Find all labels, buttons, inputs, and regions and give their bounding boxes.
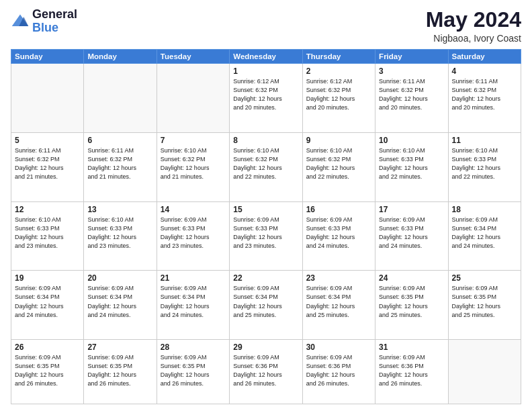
calendar-day-cell: 29Sunrise: 6:09 AM Sunset: 6:36 PM Dayli… bbox=[230, 340, 302, 404]
day-info: Sunrise: 6:09 AM Sunset: 6:34 PM Dayligh… bbox=[15, 284, 80, 319]
calendar-day-cell: 18Sunrise: 6:09 AM Sunset: 6:34 PM Dayli… bbox=[448, 201, 521, 271]
day-number: 2 bbox=[306, 66, 371, 76]
day-number: 16 bbox=[306, 205, 371, 214]
calendar-day-cell: 28Sunrise: 6:09 AM Sunset: 6:35 PM Dayli… bbox=[157, 340, 229, 404]
calendar-day-cell: 4Sunrise: 6:11 AM Sunset: 6:32 PM Daylig… bbox=[448, 64, 521, 133]
day-number: 13 bbox=[87, 205, 152, 214]
day-info: Sunrise: 6:10 AM Sunset: 6:32 PM Dayligh… bbox=[233, 146, 298, 181]
day-info: Sunrise: 6:09 AM Sunset: 6:34 PM Dayligh… bbox=[161, 284, 226, 319]
calendar-day-cell: 26Sunrise: 6:09 AM Sunset: 6:35 PM Dayli… bbox=[11, 340, 84, 404]
day-number: 4 bbox=[452, 66, 517, 76]
day-number: 1 bbox=[233, 66, 298, 76]
day-number: 12 bbox=[15, 205, 80, 214]
day-number: 10 bbox=[379, 136, 444, 145]
day-number: 15 bbox=[233, 205, 298, 214]
calendar-day-cell: 12Sunrise: 6:10 AM Sunset: 6:33 PM Dayli… bbox=[11, 201, 84, 271]
day-number: 5 bbox=[15, 136, 80, 145]
day-number: 22 bbox=[233, 273, 298, 283]
calendar-day-cell: 2Sunrise: 6:12 AM Sunset: 6:32 PM Daylig… bbox=[302, 64, 375, 133]
title-block: May 2024 Nigbaoa, Ivory Coast bbox=[426, 8, 521, 44]
calendar-day-cell: 25Sunrise: 6:09 AM Sunset: 6:35 PM Dayli… bbox=[448, 271, 521, 340]
calendar-day-cell: 24Sunrise: 6:09 AM Sunset: 6:35 PM Dayli… bbox=[375, 271, 448, 340]
calendar-week-row: 5Sunrise: 6:11 AM Sunset: 6:32 PM Daylig… bbox=[11, 132, 521, 201]
day-number: 28 bbox=[161, 342, 226, 352]
logo-text: General Blue bbox=[32, 8, 77, 35]
day-info: Sunrise: 6:12 AM Sunset: 6:32 PM Dayligh… bbox=[233, 77, 298, 112]
day-info: Sunrise: 6:09 AM Sunset: 6:34 PM Dayligh… bbox=[87, 284, 152, 319]
day-number: 19 bbox=[15, 273, 80, 283]
calendar-day-cell: 13Sunrise: 6:10 AM Sunset: 6:33 PM Dayli… bbox=[84, 201, 157, 271]
calendar-day-cell: 17Sunrise: 6:09 AM Sunset: 6:33 PM Dayli… bbox=[375, 201, 448, 271]
day-info: Sunrise: 6:10 AM Sunset: 6:32 PM Dayligh… bbox=[306, 146, 371, 181]
calendar-week-row: 1Sunrise: 6:12 AM Sunset: 6:32 PM Daylig… bbox=[11, 64, 521, 133]
day-number: 14 bbox=[161, 205, 226, 214]
day-info: Sunrise: 6:09 AM Sunset: 6:35 PM Dayligh… bbox=[15, 353, 80, 388]
calendar-day-cell: 9Sunrise: 6:10 AM Sunset: 6:32 PM Daylig… bbox=[302, 132, 375, 201]
calendar-day-cell: 27Sunrise: 6:09 AM Sunset: 6:35 PM Dayli… bbox=[84, 340, 157, 404]
day-number: 7 bbox=[161, 136, 226, 145]
calendar-body: 1Sunrise: 6:12 AM Sunset: 6:32 PM Daylig… bbox=[11, 64, 521, 404]
logo-line2: Blue bbox=[32, 21, 77, 35]
calendar-table: SundayMondayTuesdayWednesdayThursdayFrid… bbox=[11, 49, 521, 404]
day-info: Sunrise: 6:10 AM Sunset: 6:32 PM Dayligh… bbox=[161, 146, 226, 181]
day-info: Sunrise: 6:10 AM Sunset: 6:33 PM Dayligh… bbox=[87, 216, 152, 250]
day-number: 26 bbox=[15, 342, 80, 352]
calendar-day-cell: 3Sunrise: 6:11 AM Sunset: 6:32 PM Daylig… bbox=[375, 64, 448, 133]
calendar-day-cell: 1Sunrise: 6:12 AM Sunset: 6:32 PM Daylig… bbox=[230, 64, 302, 133]
calendar-day-cell: 22Sunrise: 6:09 AM Sunset: 6:34 PM Dayli… bbox=[230, 271, 302, 340]
day-info: Sunrise: 6:11 AM Sunset: 6:32 PM Dayligh… bbox=[379, 77, 444, 112]
day-number: 27 bbox=[87, 342, 152, 352]
calendar-day-cell: 14Sunrise: 6:09 AM Sunset: 6:33 PM Dayli… bbox=[157, 201, 229, 271]
weekday-header: Thursday bbox=[302, 50, 375, 64]
day-info: Sunrise: 6:09 AM Sunset: 6:36 PM Dayligh… bbox=[233, 353, 298, 388]
weekday-header: Saturday bbox=[448, 50, 521, 64]
day-number: 24 bbox=[379, 273, 444, 283]
day-number: 25 bbox=[452, 273, 517, 283]
calendar-day-cell: 10Sunrise: 6:10 AM Sunset: 6:33 PM Dayli… bbox=[375, 132, 448, 201]
calendar-day-cell: 21Sunrise: 6:09 AM Sunset: 6:34 PM Dayli… bbox=[157, 271, 229, 340]
weekday-header: Friday bbox=[375, 50, 448, 64]
weekday-header: Tuesday bbox=[157, 50, 229, 64]
day-info: Sunrise: 6:10 AM Sunset: 6:33 PM Dayligh… bbox=[379, 146, 444, 181]
calendar-day-cell: 19Sunrise: 6:09 AM Sunset: 6:34 PM Dayli… bbox=[11, 271, 84, 340]
weekday-header: Monday bbox=[84, 50, 157, 64]
header: General Blue May 2024 Nigbaoa, Ivory Coa… bbox=[11, 8, 521, 44]
page: General Blue May 2024 Nigbaoa, Ivory Coa… bbox=[0, 0, 532, 411]
day-info: Sunrise: 6:09 AM Sunset: 6:35 PM Dayligh… bbox=[87, 353, 152, 388]
calendar-week-row: 12Sunrise: 6:10 AM Sunset: 6:33 PM Dayli… bbox=[11, 201, 521, 271]
weekday-row: SundayMondayTuesdayWednesdayThursdayFrid… bbox=[11, 50, 521, 64]
day-info: Sunrise: 6:09 AM Sunset: 6:34 PM Dayligh… bbox=[306, 284, 371, 319]
calendar-week-row: 19Sunrise: 6:09 AM Sunset: 6:34 PM Dayli… bbox=[11, 271, 521, 340]
day-number: 21 bbox=[161, 273, 226, 283]
day-number: 30 bbox=[306, 342, 371, 352]
logo: General Blue bbox=[11, 8, 77, 35]
calendar-header: SundayMondayTuesdayWednesdayThursdayFrid… bbox=[11, 50, 521, 64]
day-info: Sunrise: 6:11 AM Sunset: 6:32 PM Dayligh… bbox=[87, 146, 152, 181]
calendar-day-cell bbox=[157, 64, 229, 133]
calendar-day-cell: 15Sunrise: 6:09 AM Sunset: 6:33 PM Dayli… bbox=[230, 201, 302, 271]
logo-icon bbox=[11, 12, 30, 31]
day-number: 9 bbox=[306, 136, 371, 145]
day-info: Sunrise: 6:10 AM Sunset: 6:33 PM Dayligh… bbox=[452, 146, 517, 181]
calendar-day-cell: 7Sunrise: 6:10 AM Sunset: 6:32 PM Daylig… bbox=[157, 132, 229, 201]
day-number: 8 bbox=[233, 136, 298, 145]
calendar-day-cell: 30Sunrise: 6:09 AM Sunset: 6:36 PM Dayli… bbox=[302, 340, 375, 404]
weekday-header: Sunday bbox=[11, 50, 84, 64]
calendar-day-cell: 23Sunrise: 6:09 AM Sunset: 6:34 PM Dayli… bbox=[302, 271, 375, 340]
calendar-day-cell: 5Sunrise: 6:11 AM Sunset: 6:32 PM Daylig… bbox=[11, 132, 84, 201]
calendar-day-cell bbox=[84, 64, 157, 133]
logo-line1: General bbox=[32, 8, 77, 21]
day-number: 20 bbox=[87, 273, 152, 283]
day-info: Sunrise: 6:12 AM Sunset: 6:32 PM Dayligh… bbox=[306, 77, 371, 112]
day-number: 23 bbox=[306, 273, 371, 283]
day-info: Sunrise: 6:09 AM Sunset: 6:33 PM Dayligh… bbox=[233, 216, 298, 250]
day-info: Sunrise: 6:09 AM Sunset: 6:33 PM Dayligh… bbox=[306, 216, 371, 250]
calendar-day-cell: 8Sunrise: 6:10 AM Sunset: 6:32 PM Daylig… bbox=[230, 132, 302, 201]
day-info: Sunrise: 6:10 AM Sunset: 6:33 PM Dayligh… bbox=[15, 216, 80, 250]
calendar-week-row: 26Sunrise: 6:09 AM Sunset: 6:35 PM Dayli… bbox=[11, 340, 521, 404]
day-info: Sunrise: 6:09 AM Sunset: 6:34 PM Dayligh… bbox=[233, 284, 298, 319]
day-info: Sunrise: 6:09 AM Sunset: 6:36 PM Dayligh… bbox=[379, 353, 444, 388]
day-info: Sunrise: 6:09 AM Sunset: 6:36 PM Dayligh… bbox=[306, 353, 371, 388]
calendar-title: May 2024 bbox=[426, 8, 521, 32]
day-number: 18 bbox=[452, 205, 517, 214]
